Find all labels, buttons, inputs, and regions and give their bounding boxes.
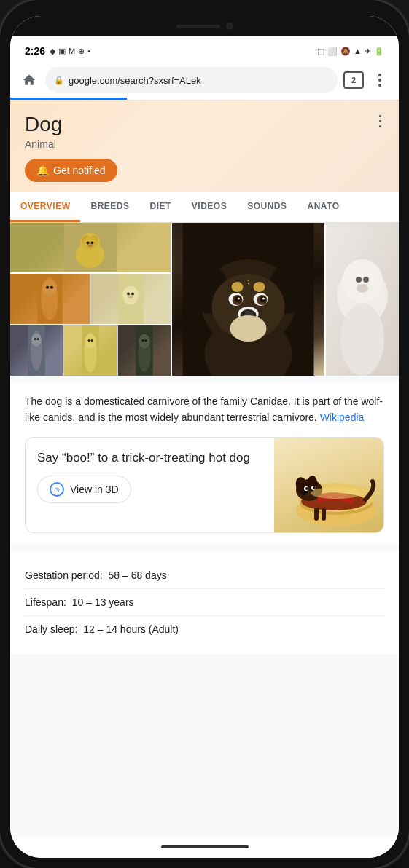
more-options-button[interactable] <box>370 70 390 90</box>
dot-icon: • <box>87 47 90 55</box>
tab-sounds[interactable]: SOUNDS <box>237 192 297 222</box>
tab-breeds[interactable]: BREEDS <box>80 192 139 222</box>
fun-card-image <box>274 438 383 532</box>
dog-image-1[interactable] <box>10 223 171 273</box>
dot3 <box>378 84 381 87</box>
fact-value-gestation: 58 – 68 days <box>109 569 167 581</box>
svg-point-23 <box>36 338 39 340</box>
svg-point-12 <box>46 286 49 289</box>
dog-image-3[interactable] <box>91 274 171 324</box>
tab-diet[interactable]: DIET <box>139 192 181 222</box>
svg-point-74 <box>302 491 308 495</box>
svg-point-21 <box>31 334 42 347</box>
dog-images-row2 <box>10 274 171 324</box>
svg-point-5 <box>83 237 98 250</box>
status-icons-left: ◆ ▣ M ⊕ • <box>50 47 90 56</box>
home-button[interactable] <box>19 70 39 90</box>
facts-section: Gestation period: 58 – 68 days Lifespan:… <box>10 551 399 654</box>
svg-rect-75 <box>314 508 319 521</box>
url-text: google.com/search?sxsrf=ALek <box>69 75 201 86</box>
dog-image-2[interactable] <box>10 274 90 324</box>
knowledge-panel-header: ⋮ Dog Animal 🔔 Get notified <box>10 100 399 192</box>
fact-label-gestation: Gestation period: <box>25 569 106 581</box>
tab-anatomy[interactable]: ANATO <box>297 192 350 222</box>
notch-area <box>10 16 399 36</box>
svg-point-22 <box>34 338 36 340</box>
tab-switcher-button[interactable]: 2 <box>343 71 364 89</box>
page-load-progress <box>10 98 127 100</box>
gmail-icon: M <box>69 47 75 55</box>
svg-point-77 <box>311 487 362 499</box>
view3d-label: View in 3D <box>70 484 119 495</box>
svg-point-15 <box>122 286 139 305</box>
browser-chrome: 🔒 google.com/search?sxsrf=ALek 2 <box>10 63 399 100</box>
image-grid <box>10 223 399 376</box>
svg-point-31 <box>139 334 150 349</box>
phone-frame: 2:26 ◆ ▣ M ⊕ • ⬚ ⬜ 🔕 ▲ ✈ 🔋 <box>0 0 409 868</box>
view-in-3d-button[interactable]: ⊙ View in 3D <box>37 476 131 503</box>
screen-record-icon: ⬜ <box>327 47 338 56</box>
image-col-left <box>10 223 171 376</box>
airplane-icon: ✈ <box>365 47 371 56</box>
svg-point-16 <box>127 293 130 296</box>
dog-image-8[interactable] <box>118 326 171 376</box>
fun-card-title: Say “boo!” to a trick-or-treating hot do… <box>37 449 262 467</box>
dog-image-right[interactable] <box>326 223 399 376</box>
tab-overview[interactable]: OVERVIEW <box>10 192 80 222</box>
svg-point-54 <box>230 315 267 342</box>
diamond-icon: ◆ <box>50 47 55 56</box>
dot2 <box>378 79 381 82</box>
address-bar[interactable]: 🔒 google.com/search?sxsrf=ALek <box>45 67 338 93</box>
wifi-icon: ▲ <box>354 47 362 55</box>
get-notified-button[interactable]: 🔔 Get notified <box>25 159 117 182</box>
phone-screen: 2:26 ◆ ▣ M ⊕ • ⬚ ⬜ 🔕 ▲ ✈ 🔋 <box>10 16 399 858</box>
fact-value-sleep: 12 – 14 hours (Adult) <box>83 623 179 635</box>
fun-card-text: Say “boo!” to a trick-or-treating hot do… <box>26 438 274 532</box>
svg-point-53 <box>248 311 254 315</box>
svg-point-72 <box>305 487 308 490</box>
page-content[interactable]: ⋮ Dog Animal 🔔 Get notified OVERVIEW BRE… <box>10 100 399 836</box>
svg-point-73 <box>313 486 316 489</box>
dot1 <box>378 74 381 76</box>
cast-status-icon: ⬚ <box>317 47 324 56</box>
sim-icon: ▣ <box>58 47 66 56</box>
svg-point-8 <box>88 244 93 247</box>
svg-point-26 <box>85 334 96 349</box>
browser-toolbar: 🔒 google.com/search?sxsrf=ALek 2 <box>10 63 399 98</box>
svg-point-61 <box>363 277 369 283</box>
dog-image-6[interactable] <box>10 326 63 376</box>
svg-point-60 <box>356 277 362 283</box>
lock-icon: 🔒 <box>54 76 64 85</box>
svg-point-13 <box>50 286 53 289</box>
status-bar: 2:26 ◆ ▣ M ⊕ • ⬚ ⬜ 🔕 ▲ ✈ 🔋 <box>10 36 399 63</box>
svg-point-40 <box>232 282 244 292</box>
dog-image-7[interactable] <box>64 326 117 376</box>
info-card: The dog is a domesticated carnivore of t… <box>10 382 399 545</box>
svg-point-33 <box>144 339 147 342</box>
svg-point-32 <box>142 339 144 342</box>
svg-point-28 <box>90 339 93 342</box>
cast-icon: ⊕ <box>78 47 85 56</box>
svg-point-17 <box>131 293 134 296</box>
fact-label-lifespan: Lifespan: <box>25 596 69 608</box>
status-time: 2:26 <box>25 45 45 57</box>
wikipedia-link[interactable]: Wikipedia <box>320 411 365 423</box>
3d-icon: ⊙ <box>50 482 64 497</box>
svg-point-59 <box>340 303 384 376</box>
tab-videos[interactable]: VIDEOS <box>182 192 237 222</box>
entity-more-button[interactable]: ⋮ <box>373 112 387 130</box>
svg-point-41 <box>254 282 265 292</box>
entity-subtitle: Animal <box>25 138 384 150</box>
speaker <box>176 25 220 28</box>
svg-point-27 <box>88 339 90 342</box>
notify-label: Get notified <box>53 165 106 176</box>
svg-point-58 <box>342 259 383 303</box>
status-right: ⬚ ⬜ 🔕 ▲ ✈ 🔋 <box>317 47 384 56</box>
svg-rect-76 <box>322 508 326 521</box>
svg-point-49 <box>262 297 265 299</box>
mute-icon: 🔕 <box>340 47 351 56</box>
svg-point-62 <box>357 284 368 293</box>
tabs-bar: OVERVIEW BREEDS DIET VIDEOS SOUNDS ANATO <box>10 192 399 223</box>
dog-images-row3 <box>10 326 171 376</box>
dog-image-main[interactable] <box>172 223 324 376</box>
